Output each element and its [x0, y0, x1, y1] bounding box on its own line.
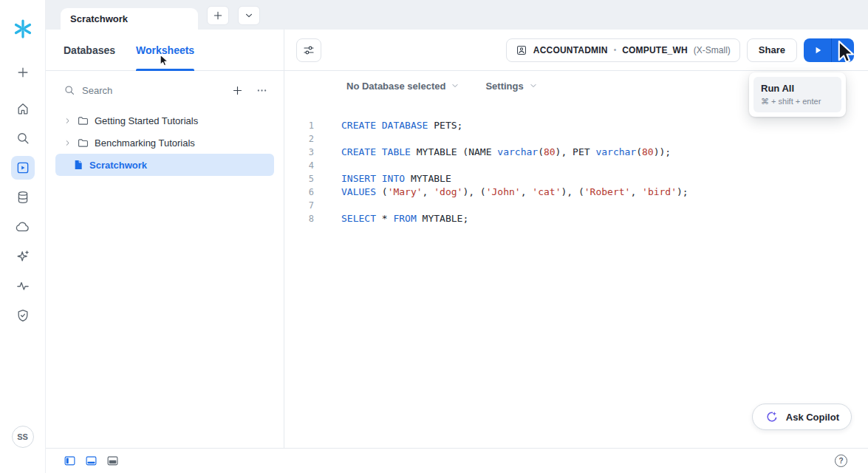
line-number: 2: [284, 132, 314, 146]
layout-toggles: [64, 455, 119, 467]
copilot-label: Ask Copilot: [786, 412, 839, 423]
context-selector[interactable]: ACCOUNTADMIN • COMPUTE_WH (X-Small): [506, 38, 740, 62]
run-options-button[interactable]: [831, 38, 854, 62]
ask-copilot-button[interactable]: Ask Copilot: [752, 404, 852, 430]
tree-item-scratchwork[interactable]: Scratchwork: [55, 154, 274, 176]
rail-items: [11, 61, 35, 333]
shield-icon: [16, 308, 30, 323]
folder-icon: [77, 137, 89, 149]
sidebar-search-input[interactable]: Search: [82, 85, 222, 96]
settings-dropdown[interactable]: Settings: [485, 81, 538, 92]
sidebar: Databases Worksheets Search Getting Star…: [46, 30, 284, 448]
play-icon: [812, 44, 824, 56]
code-line-5[interactable]: INSERT INTO MYTABLE: [341, 172, 688, 186]
rail-item-home[interactable]: [11, 97, 35, 120]
chevron-right-icon[interactable]: [64, 117, 72, 125]
rail-item-projects[interactable]: [11, 156, 35, 180]
user-avatar[interactable]: SS: [12, 426, 34, 448]
worksheet-tabstrip: Scratchwork: [46, 0, 868, 30]
rail-item-activity[interactable]: [11, 274, 35, 298]
rail-item-search[interactable]: [11, 126, 35, 150]
line-number: 7: [284, 199, 314, 212]
rail-item-cloud[interactable]: [11, 215, 35, 239]
left-rail: SS: [0, 0, 46, 473]
right-column: Scratchwork Databases Worksheets Search: [46, 0, 868, 473]
sidebar-tabs: Databases Worksheets: [46, 30, 284, 71]
code-line-6[interactable]: VALUES ('Mary', 'dog'), ('John', 'cat'),…: [341, 186, 688, 199]
code-line-3[interactable]: CREATE TABLE MYTABLE (NAME varchar(80), …: [341, 146, 688, 159]
tab-scratchwork[interactable]: Scratchwork: [61, 8, 198, 30]
run-split-button: [804, 38, 854, 62]
copilot-icon: [765, 409, 779, 424]
database-selector-label: No Database selected: [346, 81, 445, 92]
run-dropdown-menu: Run All ⌘ + shift + enter: [749, 72, 846, 117]
more-options-button[interactable]: [253, 81, 270, 99]
code-line-1[interactable]: CREATE DATABASE PETS;: [341, 119, 688, 132]
sql-editor[interactable]: 12345678 CREATE DATABASE PETS;CREATE TAB…: [284, 101, 868, 448]
run-button[interactable]: [804, 38, 831, 62]
tree-item-benchmarking-tutorials[interactable]: Benchmarking Tutorials: [55, 132, 274, 154]
tab-databases[interactable]: Databases: [64, 30, 115, 70]
code-line-7[interactable]: [341, 199, 688, 212]
line-number: 8: [284, 212, 314, 225]
line-number: 6: [284, 186, 314, 199]
new-item-button[interactable]: [228, 81, 246, 99]
tab-list-button[interactable]: [238, 6, 260, 25]
menu-item-run-all[interactable]: Run All ⌘ + shift + enter: [753, 77, 841, 112]
context-separator: •: [614, 46, 617, 54]
rail-item-new[interactable]: [11, 61, 35, 84]
activity-icon: [16, 279, 30, 293]
panel-bottom-large-icon: [106, 455, 119, 467]
search-icon: [64, 84, 75, 96]
code-lines[interactable]: CREATE DATABASE PETS;CREATE TABLE MYTABL…: [341, 119, 688, 448]
plus-icon: [212, 10, 224, 21]
sliders-icon: [302, 44, 315, 57]
editor-toolbar: ACCOUNTADMIN • COMPUTE_WH (X-Small) Shar…: [284, 30, 868, 71]
line-number: 4: [284, 159, 314, 172]
rail-item-data[interactable]: [11, 186, 35, 209]
toggle-bottom-panel-button[interactable]: [85, 455, 98, 467]
new-worksheet-tab-button[interactable]: [207, 6, 229, 25]
database-selector[interactable]: No Database selected: [346, 81, 460, 92]
rail-item-ai-ml[interactable]: [11, 245, 35, 268]
line-number: 1: [284, 119, 314, 132]
panel-left-icon: [64, 455, 76, 467]
chevron-down-icon: [450, 81, 460, 91]
tab-worksheets[interactable]: Worksheets: [136, 30, 194, 70]
home-icon: [16, 101, 30, 116]
help-button[interactable]: ?: [835, 455, 847, 467]
database-icon: [16, 190, 30, 205]
toolbar-right: ACCOUNTADMIN • COMPUTE_WH (X-Small) Shar…: [506, 38, 854, 62]
run-all-shortcut: ⌘ + shift + enter: [761, 97, 834, 106]
content-row: Databases Worksheets Search Getting Star…: [46, 30, 868, 448]
settings-label: Settings: [485, 81, 523, 92]
snowsight-app: SS Scratchwork Databases Worksheets: [0, 0, 868, 473]
toggle-results-panel-button[interactable]: [106, 455, 119, 467]
line-number: 3: [284, 146, 314, 159]
toggle-left-panel-button[interactable]: [64, 455, 76, 467]
rail-item-admin[interactable]: [11, 304, 35, 327]
code-line-2[interactable]: [341, 132, 688, 146]
cloud-icon: [16, 220, 30, 234]
worksheets-icon: [16, 160, 30, 175]
main-area: ACCOUNTADMIN • COMPUTE_WH (X-Small) Shar…: [284, 30, 868, 448]
chevron-right-icon[interactable]: [64, 139, 72, 147]
role-label: ACCOUNTADMIN: [533, 45, 608, 55]
plus-icon: [231, 84, 244, 97]
folder-icon: [77, 115, 89, 127]
code-line-8[interactable]: SELECT * FROM MYTABLE;: [341, 212, 688, 225]
tree-item-getting-started-tutorials[interactable]: Getting Started Tutorials: [55, 109, 274, 132]
format-settings-button[interactable]: [296, 38, 321, 62]
code-line-4[interactable]: [341, 159, 688, 172]
tab-label: Scratchwork: [70, 13, 128, 24]
snowflake-logo-icon[interactable]: [12, 18, 34, 40]
plus-icon: [16, 65, 30, 80]
run-all-label: Run All: [761, 83, 834, 94]
sidebar-tree: Getting Started TutorialsBenchmarking Tu…: [46, 106, 284, 179]
status-bar: ?: [46, 448, 868, 473]
caret-down-icon: [837, 44, 849, 56]
sparkle-icon: [16, 249, 30, 264]
share-button[interactable]: Share: [747, 38, 797, 62]
tree-item-label: Getting Started Tutorials: [95, 115, 198, 126]
warehouse-size-label: (X-Small): [694, 45, 731, 55]
